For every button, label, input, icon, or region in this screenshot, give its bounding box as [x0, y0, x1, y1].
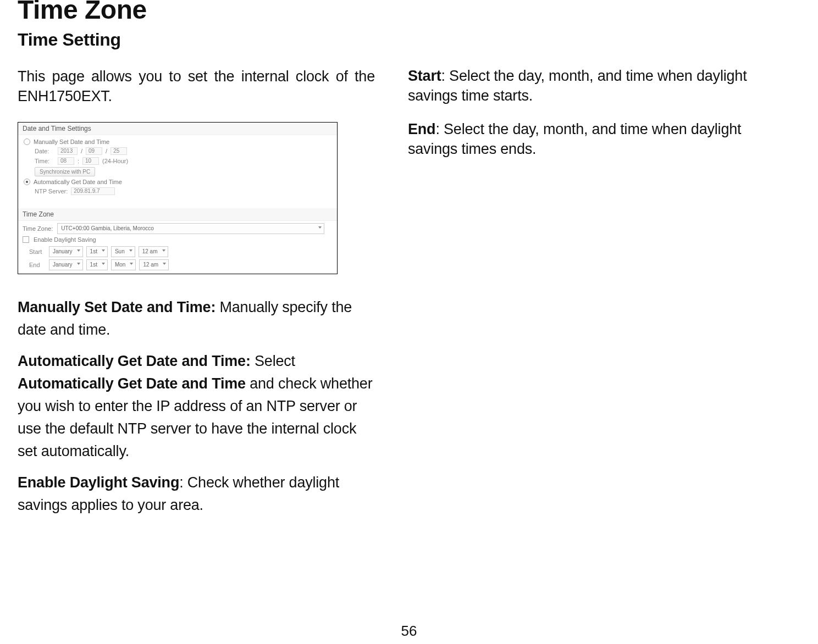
page-number: 56: [0, 623, 818, 640]
para-end-bold: End: [408, 121, 435, 137]
ntp-row: NTP Server: 209.81.9.7: [24, 186, 331, 196]
radio-manual-row: Manually Set Date and Time: [24, 137, 331, 146]
radio-icon[interactable]: [24, 179, 30, 185]
dst-end-row: End January 1st Mon 12 am: [18, 258, 337, 274]
dst-label: Enable Daylight Saving: [34, 236, 96, 243]
para-auto-bold1: Automatically Get Date and Time:: [18, 353, 251, 369]
radio-auto-row: Automatically Get Date and Time: [24, 177, 331, 186]
end-day-select[interactable]: Mon: [111, 259, 136, 270]
page-title: Time Zone: [18, 0, 802, 23]
radio-icon[interactable]: [24, 138, 30, 145]
sync-pc-button[interactable]: Synchronize with PC: [35, 167, 95, 176]
ntp-label: NTP Server:: [35, 188, 68, 195]
right-column: Start: Select the day, month, and time w…: [408, 66, 793, 517]
para-end-rest: : Select the day, month, and time when d…: [408, 121, 741, 157]
dst-row: Enable Daylight Saving: [18, 236, 337, 245]
para-auto-rest1: Select: [251, 353, 295, 369]
para-auto-bold2: Automatically Get Date and Time: [18, 375, 246, 392]
date-month-input[interactable]: 09: [86, 147, 102, 155]
timezone-row: Time Zone: UTC+00:00 Gambia, Liberia, Mo…: [18, 221, 337, 236]
start-time-select[interactable]: 12 am: [139, 246, 168, 257]
start-day-select[interactable]: Sun: [111, 246, 135, 257]
time-hour-input[interactable]: 08: [58, 157, 74, 165]
section-header-timezone: Time Zone: [18, 208, 337, 221]
date-row: Date: 2013 / 09 / 25: [24, 146, 331, 156]
para-manual: Manually Set Date and Time: Manually spe…: [18, 296, 375, 341]
para-manual-bold: Manually Set Date and Time:: [18, 299, 215, 315]
time-row: Time: 08 : 10 (24-Hour): [24, 156, 331, 166]
end-ord-select[interactable]: 1st: [86, 259, 108, 270]
para-start: Start: Select the day, month, and time w…: [408, 66, 793, 106]
radio-auto-label: Automatically Get Date and Time: [34, 179, 122, 185]
end-label: End: [29, 262, 46, 268]
settings-screenshot: Date and Time Settings Manually Set Date…: [18, 122, 338, 274]
sync-row: Synchronize with PC: [24, 166, 331, 177]
end-month-select[interactable]: January: [49, 259, 83, 270]
date-year-input[interactable]: 2013: [58, 147, 78, 155]
page-content: Time Zone Time Setting This page allows …: [0, 0, 818, 517]
ntp-input[interactable]: 209.81.9.7: [71, 187, 115, 195]
para-dst: Enable Daylight Saving: Check whether da…: [18, 471, 375, 517]
left-column: This page allows you to set the internal…: [18, 66, 375, 517]
separator: /: [106, 148, 107, 154]
end-time-select[interactable]: 12 am: [139, 259, 169, 270]
start-label: Start: [29, 248, 46, 255]
para-auto: Automatically Get Date and Time: Select …: [18, 350, 375, 463]
para-start-rest: : Select the day, month, and time when d…: [408, 68, 747, 104]
timezone-select[interactable]: UTC+00:00 Gambia, Liberia, Morocco: [57, 223, 324, 234]
date-label: Date:: [35, 148, 54, 154]
dst-start-row: Start January 1st Sun 12 am: [18, 245, 337, 258]
time-min-input[interactable]: 10: [82, 157, 99, 165]
radio-manual-label: Manually Set Date and Time: [34, 138, 109, 145]
para-start-bold: Start: [408, 68, 441, 84]
date-day-input[interactable]: 25: [110, 147, 127, 155]
section-header-datetime: Date and Time Settings: [18, 123, 337, 135]
para-dst-bold: Enable Daylight Saving: [18, 474, 179, 491]
section-body-datetime: Manually Set Date and Time Date: 2013 / …: [18, 135, 337, 201]
separator: /: [81, 148, 82, 154]
separator: :: [78, 158, 79, 164]
intro-text: This page allows you to set the internal…: [18, 66, 375, 107]
start-ord-select[interactable]: 1st: [86, 246, 108, 257]
two-column-layout: This page allows you to set the internal…: [18, 66, 802, 517]
para-end: End: Select the day, month, and time whe…: [408, 120, 793, 159]
time-label: Time:: [35, 158, 54, 164]
start-month-select[interactable]: January: [49, 246, 83, 257]
checkbox-icon[interactable]: [23, 236, 29, 243]
timezone-label: Time Zone:: [23, 225, 53, 232]
page-subtitle: Time Setting: [18, 30, 802, 50]
time-suffix: (24-Hour): [102, 158, 128, 164]
